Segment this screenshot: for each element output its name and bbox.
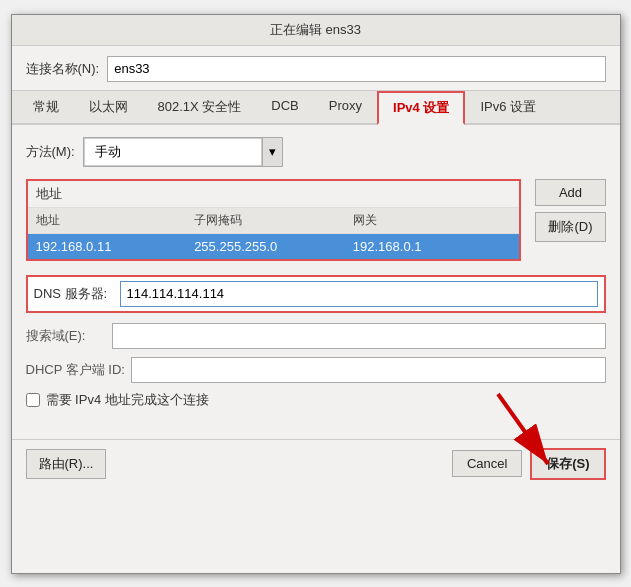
route-button[interactable]: 路由(R)...: [26, 449, 107, 479]
cancel-button[interactable]: Cancel: [452, 450, 522, 477]
tab-ethernet[interactable]: 以太网: [74, 91, 143, 125]
method-dropdown-arrow[interactable]: ▾: [262, 138, 282, 166]
checkbox-row: 需要 IPv4 地址完成这个连接: [26, 391, 606, 409]
method-select[interactable]: 手动 ▾: [83, 137, 283, 167]
addresses-table-header: 地址 子网掩码 网关: [28, 208, 520, 234]
connection-name-label: 连接名称(N):: [26, 60, 100, 78]
tabs-row: 常规 以太网 802.1X 安全性 DCB Proxy IPv4 设置 IPv6…: [12, 91, 620, 125]
bottom-left-area: 路由(R)...: [26, 449, 107, 479]
ipv4-required-label: 需要 IPv4 地址完成这个连接: [46, 391, 209, 409]
gateway-cell: 192.168.0.1: [353, 239, 512, 254]
subnet-cell: 255.255.255.0: [194, 239, 353, 254]
content-area: 方法(M): 手动 ▾ 地址 地址 子网掩码 网关 192.168.0.11 2…: [12, 125, 620, 433]
col-gateway-header: 网关: [353, 212, 512, 229]
tab-ipv4[interactable]: IPv4 设置: [377, 91, 465, 125]
title-bar: 正在编辑 ens33: [12, 15, 620, 46]
tab-dcb[interactable]: DCB: [256, 91, 313, 125]
dhcp-label: DHCP 客户端 ID:: [26, 361, 125, 379]
bottom-right-area: Cancel 保存(S): [452, 448, 605, 480]
dhcp-row: DHCP 客户端 ID:: [26, 357, 606, 383]
address-cell: 192.168.0.11: [36, 239, 195, 254]
dialog-title: 正在编辑 ens33: [270, 22, 361, 37]
dialog: 正在编辑 ens33 连接名称(N): 常规 以太网 802.1X 安全性 DC…: [11, 14, 621, 574]
ipv4-required-checkbox[interactable]: [26, 393, 40, 407]
address-action-buttons: Add 删除(D): [535, 179, 605, 242]
connection-name-input[interactable]: [107, 56, 605, 82]
addresses-section: 地址 地址 子网掩码 网关 192.168.0.11 255.255.255.0…: [26, 179, 522, 261]
col-address-header: 地址: [36, 212, 195, 229]
dhcp-input[interactable]: [131, 357, 606, 383]
col-subnet-header: 子网掩码: [194, 212, 353, 229]
delete-button[interactable]: 删除(D): [535, 212, 605, 242]
table-row[interactable]: 192.168.0.11 255.255.255.0 192.168.0.1: [28, 234, 520, 259]
dns-row: DNS 服务器:: [26, 275, 606, 313]
search-row: 搜索域(E):: [26, 323, 606, 349]
tab-proxy[interactable]: Proxy: [314, 91, 377, 125]
tab-general[interactable]: 常规: [18, 91, 74, 125]
method-value: 手动: [84, 138, 262, 166]
dns-label: DNS 服务器:: [34, 285, 114, 303]
addresses-section-with-buttons: 地址 地址 子网掩码 网关 192.168.0.11 255.255.255.0…: [26, 179, 606, 261]
dns-input[interactable]: [120, 281, 598, 307]
add-button[interactable]: Add: [535, 179, 605, 206]
search-label: 搜索域(E):: [26, 327, 106, 345]
method-label: 方法(M):: [26, 143, 75, 161]
tab-8021x[interactable]: 802.1X 安全性: [143, 91, 257, 125]
bottom-bar: 路由(R)... Cancel 保存(S): [12, 439, 620, 490]
save-button[interactable]: 保存(S): [530, 448, 605, 480]
method-row: 方法(M): 手动 ▾: [26, 137, 606, 167]
addresses-header: 地址: [28, 181, 520, 208]
tab-ipv6[interactable]: IPv6 设置: [465, 91, 551, 125]
search-input[interactable]: [112, 323, 606, 349]
connection-name-row: 连接名称(N):: [12, 46, 620, 91]
